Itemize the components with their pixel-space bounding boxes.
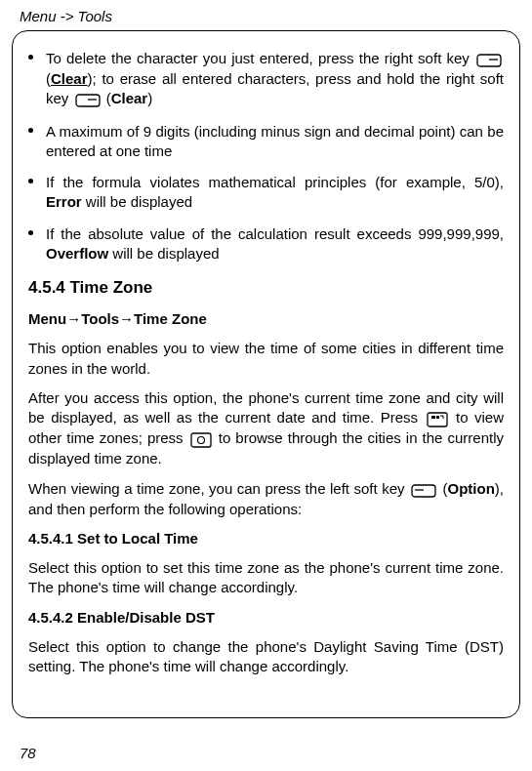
list-item: A maximum of 9 digits (including minus s… [28, 122, 504, 162]
ok-key-icon [427, 409, 448, 428]
subsection-heading: 4.5.4.2 Enable/Disable DST [28, 608, 504, 628]
text: A maximum of 9 digits (including minus s… [46, 123, 504, 159]
menu-path: Menu→Tools→Time Zone [28, 309, 504, 329]
paragraph: After you access this option, the phone'… [28, 388, 504, 469]
subsection-heading: 4.5.4.1 Set to Local Time [28, 529, 504, 548]
svg-rect-9 [412, 485, 435, 497]
left-softkey-icon [411, 479, 436, 499]
svg-rect-7 [191, 433, 211, 447]
svg-rect-6 [436, 416, 439, 419]
section-heading: 4.5.4 Time Zone [28, 277, 504, 300]
text: will be displayed [108, 245, 219, 262]
svg-rect-5 [431, 416, 435, 419]
paragraph: When viewing a time zone, you can press … [28, 479, 504, 519]
list-item: To delete the character you just entered… [28, 49, 504, 110]
clear-label: Clear [111, 90, 148, 106]
text: If the formula violates mathematical pri… [46, 174, 504, 190]
svg-rect-0 [477, 55, 501, 66]
svg-point-8 [197, 437, 204, 444]
bullet-icon [28, 55, 33, 60]
list-item: If the formula violates mathematical pri… [28, 173, 504, 213]
crumb: Menu [28, 310, 66, 327]
overflow-label: Overflow [46, 245, 108, 262]
paragraph: This option enables you to view the time… [28, 339, 504, 379]
text: To delete the character you just entered… [46, 50, 474, 66]
crumb: Time Zone [134, 310, 207, 327]
crumb: Tools [81, 310, 119, 327]
right-softkey-icon [476, 50, 502, 69]
bullet-icon [28, 128, 33, 133]
list-item: If the absolute value of the calculation… [28, 224, 504, 264]
bullet-list: To delete the character you just entered… [28, 49, 504, 264]
text: ( [102, 90, 111, 106]
paragraph: Select this option to change the phone's… [28, 637, 504, 677]
bullet-icon [28, 179, 33, 183]
text: If the absolute value of the calculation… [46, 225, 504, 242]
svg-rect-2 [76, 95, 100, 106]
text: When viewing a time zone, you can press … [28, 480, 409, 497]
nav-key-icon [190, 429, 212, 449]
arrow-icon: → [119, 310, 134, 327]
text: ( [438, 480, 448, 497]
bullet-icon [28, 230, 33, 235]
breadcrumb-header: Menu -> Tools [0, 0, 532, 30]
error-label: Error [46, 193, 82, 210]
content-frame: To delete the character you just entered… [12, 30, 520, 718]
option-label: Option [448, 480, 495, 497]
right-softkey-icon [75, 90, 101, 109]
arrow-icon: → [66, 310, 81, 327]
page-number: 78 [20, 745, 36, 761]
paragraph: Select this option to set this time zone… [28, 558, 504, 598]
text: will be displayed [82, 193, 192, 210]
svg-rect-4 [428, 413, 447, 426]
clear-label: Clear [51, 70, 88, 87]
text: ) [147, 90, 152, 106]
